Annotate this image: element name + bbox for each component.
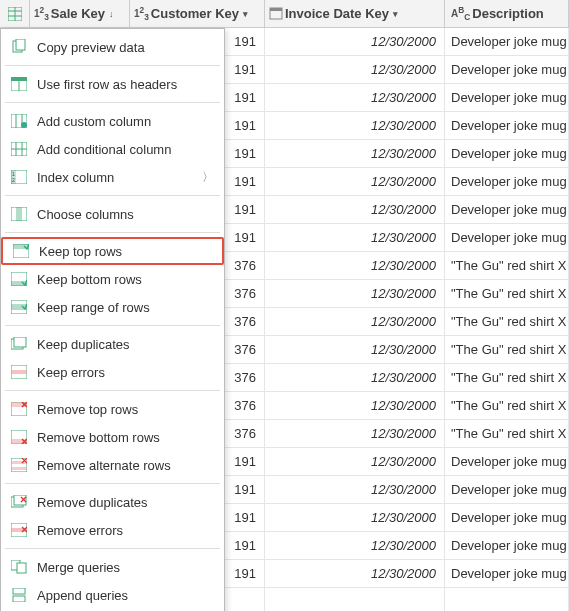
menu-label: Append queries [37,588,128,603]
menu-index-column[interactable]: 12 Index column 〉 [1,163,224,191]
menu-label: Keep top rows [39,244,122,259]
cell-invoice-date[interactable]: 12/30/2000 [265,420,445,447]
menu-remove-duplicates[interactable]: Remove duplicates [1,488,224,516]
menu-use-first-row-as-headers[interactable]: Use first row as headers [1,70,224,98]
copy-icon [9,37,29,57]
cell-description[interactable]: "The Gu" red shirt X [445,336,569,363]
cell-description[interactable]: Developer joke mug [445,168,569,195]
cell-description[interactable]: "The Gu" red shirt X [445,280,569,307]
menu-label: Keep errors [37,365,105,380]
index-column-icon: 12 [9,167,29,187]
choose-columns-icon [9,204,29,224]
cell-description[interactable]: Developer joke mug [445,196,569,223]
cell-description[interactable]: Developer joke mug [445,56,569,83]
menu-add-custom-column[interactable]: Add custom column [1,107,224,135]
column-header-row: 123 Sale Key ↓ 123 Customer Key ▾ Invoic… [0,0,569,28]
menu-copy-preview-data[interactable]: Copy preview data [1,33,224,61]
menu-label: Copy preview data [37,40,145,55]
svg-rect-48 [13,588,25,594]
cell-description[interactable]: "The Gu" red shirt X [445,252,569,279]
menu-keep-range-of-rows[interactable]: Keep range of rows [1,293,224,321]
menu-remove-errors[interactable]: Remove errors [1,516,224,544]
text-type-icon: ABC [451,5,470,22]
cell-description[interactable]: Developer joke mug [445,532,569,559]
sort-desc-icon: ↓ [109,9,114,19]
cell-description[interactable]: Developer joke mug [445,560,569,587]
cell-description[interactable]: Developer joke mug [445,448,569,475]
cell-invoice-date[interactable]: 12/30/2000 [265,28,445,55]
cell-description[interactable]: Developer joke mug [445,224,569,251]
menu-remove-top-rows[interactable]: Remove top rows [1,395,224,423]
cell-invoice-date[interactable]: 12/30/2000 [265,140,445,167]
menu-separator [5,548,220,549]
cell-invoice-date[interactable]: 12/30/2000 [265,392,445,419]
cell-description[interactable]: Developer joke mug [445,112,569,139]
column-header-customer-key[interactable]: 123 Customer Key ▾ [130,0,265,27]
keep-range-icon [9,297,29,317]
cell-invoice-date[interactable]: 12/30/2000 [265,252,445,279]
cell-description[interactable]: "The Gu" red shirt X [445,364,569,391]
cell-invoice-date[interactable]: 12/30/2000 [265,448,445,475]
column-header-invoice-date-key[interactable]: Invoice Date Key ▾ [265,0,445,27]
column-header-description[interactable]: ABC Description [445,0,569,27]
cell-invoice-date[interactable]: 12/30/2000 [265,336,445,363]
filter-dropdown-icon[interactable]: ▾ [393,9,398,19]
menu-separator [5,65,220,66]
cell-invoice-date[interactable]: 12/30/2000 [265,112,445,139]
cell-description[interactable]: Developer joke mug [445,84,569,111]
menu-keep-errors[interactable]: Keep errors [1,358,224,386]
menu-choose-columns[interactable]: Choose columns [1,200,224,228]
menu-label: Add conditional column [37,142,171,157]
menu-separator [5,483,220,484]
menu-add-conditional-column[interactable]: Add conditional column [1,135,224,163]
cell-invoice-date[interactable]: 12/30/2000 [265,224,445,251]
svg-rect-49 [13,596,25,602]
menu-merge-queries[interactable]: Merge queries [1,553,224,581]
menu-remove-alternate-rows[interactable]: Remove alternate rows [1,451,224,479]
keep-duplicates-icon [9,334,29,354]
cell-description[interactable]: "The Gu" red shirt X [445,420,569,447]
cell-invoice-date[interactable] [265,588,445,611]
conditional-column-icon [9,139,29,159]
menu-label: Remove top rows [37,402,138,417]
menu-separator [5,390,220,391]
svg-rect-24 [16,207,22,221]
menu-remove-bottom-rows[interactable]: Remove bottom rows [1,423,224,451]
table-context-menu: Copy preview data Use first row as heade… [0,28,225,611]
cell-invoice-date[interactable]: 12/30/2000 [265,504,445,531]
menu-label: Merge queries [37,560,120,575]
cell-invoice-date[interactable]: 12/30/2000 [265,196,445,223]
menu-keep-top-rows[interactable]: Keep top rows [1,237,224,265]
menu-label: Add custom column [37,114,151,129]
cell-invoice-date[interactable]: 12/30/2000 [265,168,445,195]
cell-invoice-date[interactable]: 12/30/2000 [265,280,445,307]
cell-invoice-date[interactable]: 12/30/2000 [265,56,445,83]
table-menu-button[interactable] [0,0,30,27]
column-label: Sale Key [51,6,105,21]
cell-description[interactable]: "The Gu" red shirt X [445,392,569,419]
menu-append-queries[interactable]: Append queries [1,581,224,609]
cell-invoice-date[interactable]: 12/30/2000 [265,560,445,587]
menu-label: Remove alternate rows [37,458,171,473]
cell-invoice-date[interactable]: 12/30/2000 [265,476,445,503]
headers-icon [9,74,29,94]
cell-invoice-date[interactable]: 12/30/2000 [265,364,445,391]
cell-description[interactable]: Developer joke mug [445,28,569,55]
column-header-sale-key[interactable]: 123 Sale Key ↓ [30,0,130,27]
cell-description[interactable]: Developer joke mug [445,476,569,503]
cell-description[interactable]: Developer joke mug [445,504,569,531]
cell-description[interactable] [445,588,569,611]
filter-dropdown-icon[interactable]: ▾ [243,9,248,19]
menu-keep-bottom-rows[interactable]: Keep bottom rows [1,265,224,293]
cell-invoice-date[interactable]: 12/30/2000 [265,84,445,111]
menu-label: Remove bottom rows [37,430,160,445]
cell-invoice-date[interactable]: 12/30/2000 [265,532,445,559]
svg-rect-7 [16,39,25,50]
menu-label: Index column [37,170,114,185]
cell-description[interactable]: Developer joke mug [445,140,569,167]
cell-invoice-date[interactable]: 12/30/2000 [265,308,445,335]
remove-alternate-icon [9,455,29,475]
menu-keep-duplicates[interactable]: Keep duplicates [1,330,224,358]
cell-description[interactable]: "The Gu" red shirt X [445,308,569,335]
svg-rect-47 [17,563,26,573]
